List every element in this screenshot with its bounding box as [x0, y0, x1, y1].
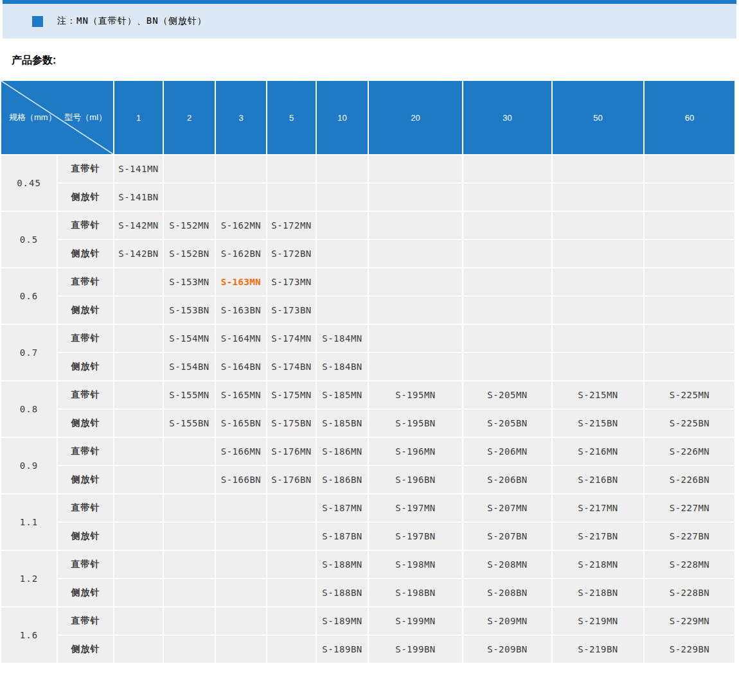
model-cell[interactable]: S-206MN [463, 438, 551, 465]
model-cell[interactable]: S-206BN [463, 466, 551, 493]
model-cell[interactable]: S-173BN [267, 297, 316, 324]
model-cell[interactable]: S-205MN [463, 381, 551, 408]
model-cell[interactable]: S-174MN [267, 325, 316, 352]
model-cell[interactable]: S-229BN [645, 636, 735, 663]
model-cell[interactable]: S-226BN [645, 466, 735, 493]
model-cell[interactable]: S-166MN [216, 438, 266, 465]
model-cell[interactable]: S-209MN [463, 608, 551, 634]
model-cell[interactable]: S-198BN [369, 579, 462, 606]
spec-cell: 0.8 [1, 381, 57, 437]
model-cell[interactable]: S-184BN [317, 353, 368, 380]
model-cell[interactable]: S-207BN [463, 523, 551, 550]
table-row: 0.7直带针S-154MNS-164MNS-174MNS-184MN [1, 325, 735, 352]
model-cell[interactable]: S-208BN [463, 579, 551, 606]
empty-cell [114, 438, 163, 465]
model-cell[interactable]: S-197BN [369, 523, 462, 550]
model-cell[interactable]: S-162BN [216, 240, 266, 267]
needle-type-cell-side: 侧放针 [58, 523, 113, 550]
model-cell[interactable]: S-226MN [645, 438, 735, 465]
model-cell[interactable]: S-227MN [645, 494, 735, 521]
model-cell[interactable]: S-228BN [645, 579, 735, 606]
model-cell[interactable]: S-199BN [369, 636, 462, 663]
model-cell[interactable]: S-218BN [553, 579, 643, 606]
model-cell[interactable]: S-162MN [216, 212, 266, 239]
empty-cell [114, 410, 163, 437]
model-cell[interactable]: S-155MN [164, 381, 215, 408]
model-cell[interactable]: S-228MN [645, 551, 735, 578]
model-cell[interactable]: S-185MN [317, 381, 368, 408]
model-cell[interactable]: S-215MN [553, 381, 643, 408]
model-cell[interactable]: S-165MN [216, 381, 266, 408]
model-cell[interactable]: S-188MN [317, 551, 368, 578]
model-cell[interactable]: S-189MN [317, 608, 368, 634]
model-cell[interactable]: S-142BN [114, 240, 163, 267]
model-cell[interactable]: S-229MN [645, 608, 735, 634]
empty-cell [369, 353, 462, 380]
model-cell[interactable]: S-176BN [267, 466, 316, 493]
model-cell[interactable]: S-227BN [645, 523, 735, 550]
model-cell[interactable]: S-195MN [369, 381, 462, 408]
model-cell[interactable]: S-225BN [645, 410, 735, 437]
model-cell[interactable]: S-217BN [553, 523, 643, 550]
model-cell[interactable]: S-185BN [317, 410, 368, 437]
model-cell[interactable]: S-172BN [267, 240, 316, 267]
model-cell[interactable]: S-165BN [216, 410, 266, 437]
model-cell[interactable]: S-154BN [164, 353, 215, 380]
model-cell[interactable]: S-216BN [553, 466, 643, 493]
column-header-50ml: 50 [553, 81, 643, 154]
model-cell[interactable]: S-163MN [216, 268, 266, 295]
empty-cell [645, 240, 735, 267]
model-cell[interactable]: S-199MN [369, 608, 462, 634]
model-cell[interactable]: S-207MN [463, 494, 551, 521]
model-cell[interactable]: S-152BN [164, 240, 215, 267]
model-cell[interactable]: S-164MN [216, 325, 266, 352]
model-cell[interactable]: S-152MN [164, 212, 215, 239]
model-cell[interactable]: S-215BN [553, 410, 643, 437]
model-cell[interactable]: S-205BN [463, 410, 551, 437]
model-cell[interactable]: S-209BN [463, 636, 551, 663]
model-cell[interactable]: S-155BN [164, 410, 215, 437]
model-cell[interactable]: S-219BN [553, 636, 643, 663]
model-cell[interactable]: S-198MN [369, 551, 462, 578]
spec-cell: 0.45 [1, 155, 57, 211]
model-cell[interactable]: S-141MN [114, 155, 163, 182]
model-cell[interactable]: S-187MN [317, 494, 368, 521]
model-cell[interactable]: S-174BN [267, 353, 316, 380]
needle-type-cell-side: 侧放针 [58, 240, 113, 267]
model-cell[interactable]: S-166BN [216, 466, 266, 493]
model-cell[interactable]: S-217MN [553, 494, 643, 521]
model-cell[interactable]: S-153BN [164, 297, 215, 324]
model-cell[interactable]: S-186MN [317, 438, 368, 465]
model-cell[interactable]: S-173MN [267, 268, 316, 295]
model-cell[interactable]: S-154MN [164, 325, 215, 352]
model-cell[interactable]: S-196MN [369, 438, 462, 465]
model-cell[interactable]: S-188BN [317, 579, 368, 606]
model-cell[interactable]: S-197MN [369, 494, 462, 521]
model-cell[interactable]: S-175MN [267, 381, 316, 408]
spec-cell: 0.7 [1, 325, 57, 380]
empty-cell [463, 297, 551, 324]
model-cell[interactable]: S-189BN [317, 636, 368, 663]
spec-cell: 1.6 [1, 608, 57, 663]
model-cell[interactable]: S-196BN [369, 466, 462, 493]
model-cell[interactable]: S-187BN [317, 523, 368, 550]
model-cell[interactable]: S-208MN [463, 551, 551, 578]
model-cell[interactable]: S-216MN [553, 438, 643, 465]
model-cell[interactable]: S-195BN [369, 410, 462, 437]
model-cell[interactable]: S-164BN [216, 353, 266, 380]
empty-cell [114, 608, 163, 634]
empty-cell [553, 212, 643, 239]
model-cell[interactable]: S-153MN [164, 268, 215, 295]
model-cell[interactable]: S-219MN [553, 608, 643, 634]
model-cell[interactable]: S-186BN [317, 466, 368, 493]
model-cell[interactable]: S-142MN [114, 212, 163, 239]
model-cell[interactable]: S-172MN [267, 212, 316, 239]
model-cell[interactable]: S-141BN [114, 184, 163, 211]
empty-cell [114, 551, 163, 578]
model-cell[interactable]: S-218MN [553, 551, 643, 578]
model-cell[interactable]: S-225MN [645, 381, 735, 408]
model-cell[interactable]: S-184MN [317, 325, 368, 352]
model-cell[interactable]: S-176MN [267, 438, 316, 465]
model-cell[interactable]: S-163BN [216, 297, 266, 324]
model-cell[interactable]: S-175BN [267, 410, 316, 437]
